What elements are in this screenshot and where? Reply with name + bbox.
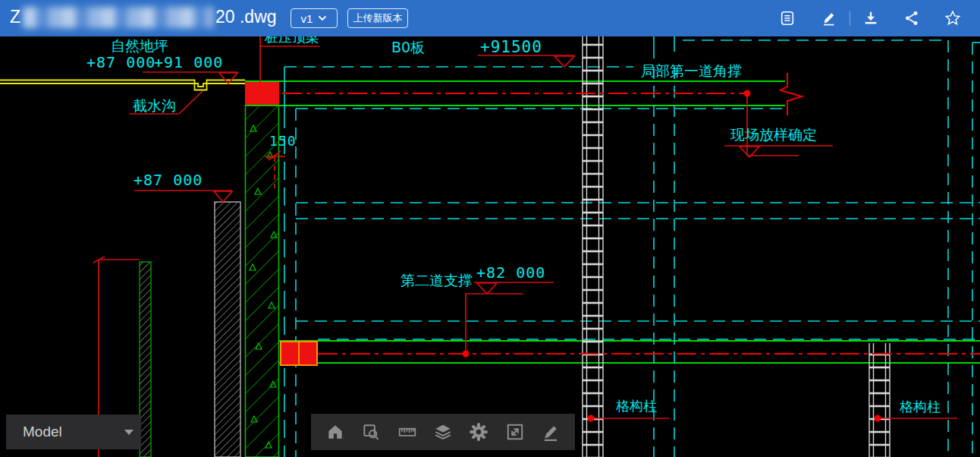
header-divider — [850, 11, 850, 26]
lattice-column-2-graphic — [869, 343, 890, 457]
version-value: v1 — [301, 12, 313, 25]
label-lattice-column-1: 格构柱 — [616, 399, 657, 414]
label-level-82000: +82 000 — [476, 265, 545, 281]
sheet-selector-dropdown[interactable]: Model — [6, 414, 141, 449]
app-header: Z 20 .dwg v1 上传新版本 — [0, 0, 980, 36]
label-site-setout: 现场放样确定 — [730, 128, 817, 143]
zoom-window-icon[interactable] — [361, 422, 381, 442]
home-icon[interactable] — [325, 422, 345, 442]
redacted-filename-blur — [23, 7, 214, 28]
drawing-canvas[interactable]: 桩压顶梁 自然地坪 +87 000 +91 000 截水沟 B0板 +91500… — [0, 36, 980, 457]
document-info-icon[interactable] — [779, 10, 796, 27]
upload-button-label: 上传新版本 — [353, 11, 403, 25]
pile-hatch-wide — [215, 202, 240, 457]
pile-hatch-narrow — [140, 262, 151, 457]
label-lattice-column-2: 格构柱 — [900, 400, 941, 414]
sheet-selector-value: Model — [23, 424, 62, 440]
chevron-down-icon — [124, 430, 133, 435]
crown-beam-section-fill — [245, 82, 279, 105]
chevron-down-icon — [318, 15, 327, 21]
label-level-87000-left: +87 000 — [133, 172, 203, 188]
label-b0-slab: B0板 — [391, 40, 425, 55]
red-node-dots — [463, 90, 881, 422]
dwg-viewer-app: 桩压顶梁 自然地坪 +87 000 +91 000 截水沟 B0板 +91500… — [0, 0, 980, 457]
diaphragm-wall-hatch — [246, 106, 279, 457]
label-second-support: 第二道支撑 — [400, 273, 473, 288]
settings-gear-icon[interactable] — [469, 422, 488, 442]
lattice-column-1-graphic — [583, 36, 603, 457]
layers-icon[interactable] — [433, 422, 453, 442]
download-icon[interactable] — [862, 10, 879, 27]
favorite-star-icon[interactable] — [944, 10, 961, 27]
filename-suffix: 20 .dwg — [215, 7, 277, 27]
ground-line — [0, 80, 245, 90]
label-first-corner-brace: 局部第一道角撑 — [641, 64, 742, 79]
version-dropdown[interactable]: v1 — [291, 8, 338, 28]
annotate-pen-icon[interactable] — [541, 422, 561, 442]
upload-new-version-button[interactable]: 上传新版本 — [347, 8, 408, 28]
label-natural-ground: 自然地坪 — [111, 39, 168, 54]
label-level-87000-top: +87 000 — [86, 55, 155, 71]
label-level-91000: +91 000 — [154, 55, 223, 71]
label-dim-150: 150 — [269, 134, 297, 149]
label-level-91500: +91500 — [480, 39, 542, 55]
measure-ruler-icon[interactable] — [397, 422, 417, 442]
viewer-toolbar — [311, 414, 575, 450]
share-icon[interactable] — [903, 10, 920, 27]
annotate-pen-icon[interactable] — [821, 10, 837, 27]
label-intercepting-ditch: 截水沟 — [133, 99, 176, 114]
fullscreen-icon[interactable] — [505, 422, 525, 442]
filename-prefix: Z — [10, 7, 20, 27]
strut-section-fill — [281, 342, 317, 365]
